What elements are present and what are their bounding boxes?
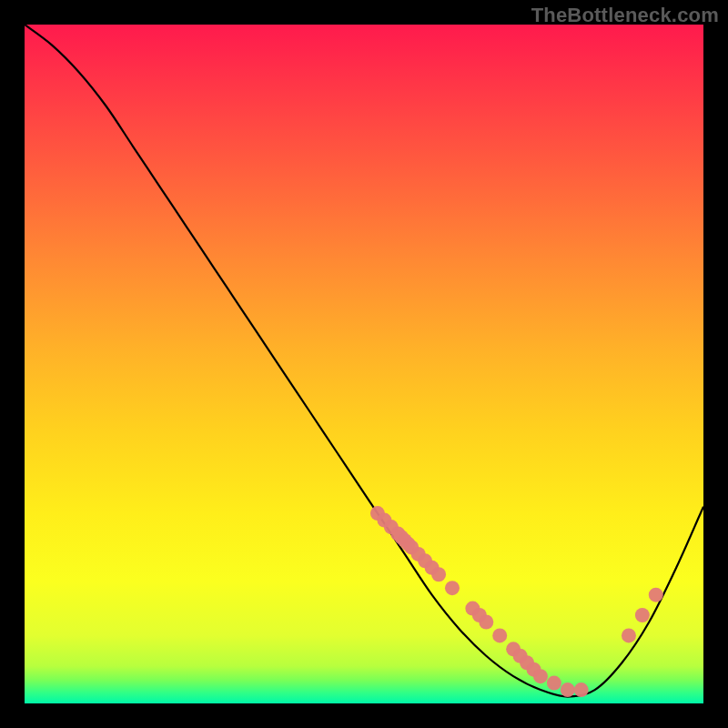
chart-frame: TheBottleneck.com (0, 0, 728, 728)
data-marker (492, 628, 507, 642)
data-marker (574, 682, 589, 697)
data-marker (533, 669, 548, 683)
data-marker (561, 682, 575, 697)
chart-svg (25, 25, 703, 703)
data-marker (479, 614, 493, 629)
data-marker (635, 608, 650, 622)
data-marker (622, 628, 636, 642)
watermark-label: TheBottleneck.com (531, 4, 719, 27)
data-marker (431, 567, 446, 581)
data-marker (649, 588, 663, 602)
plot-area (25, 25, 703, 703)
data-marker (547, 676, 561, 691)
data-marker (445, 581, 460, 595)
gradient-background (25, 25, 703, 703)
